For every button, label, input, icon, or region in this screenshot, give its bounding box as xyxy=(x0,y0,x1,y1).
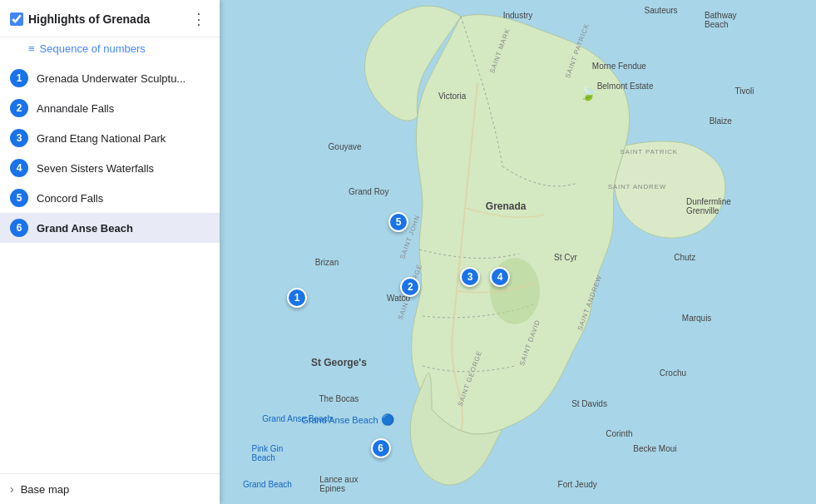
item-badge-3: 3 xyxy=(10,129,28,147)
sequence-label[interactable]: Sequence of numbers xyxy=(40,42,146,55)
map-background xyxy=(220,0,816,504)
chevron-down-icon: › xyxy=(10,482,14,496)
map-pin-5[interactable]: 5 xyxy=(388,212,408,232)
item-label-5: Concord Falls xyxy=(37,192,103,205)
item-label-1: Grenada Underwater Sculptu... xyxy=(37,72,185,85)
item-badge-2: 2 xyxy=(10,99,28,117)
map-pin-3[interactable]: 3 xyxy=(460,267,480,287)
item-badge-5: 5 xyxy=(10,189,28,207)
sidebar-item-5[interactable]: 5Concord Falls xyxy=(0,183,220,213)
base-map-section[interactable]: › Base map xyxy=(0,473,220,504)
map-pin-2[interactable]: 2 xyxy=(400,277,420,297)
map-pin-1[interactable]: 1 xyxy=(287,288,307,308)
sidebar-item-4[interactable]: 4Seven Sisters Waterfalls xyxy=(0,153,220,183)
item-label-2: Annandale Falls xyxy=(37,102,114,115)
sidebar-item-3[interactable]: 3Grand Etang National Park xyxy=(0,123,220,153)
map-area[interactable]: IndustrySauteursBathwayBeachVictoriaMorn… xyxy=(220,0,816,504)
map-pin-4[interactable]: 4 xyxy=(490,267,510,287)
item-label-3: Grand Etang National Park xyxy=(37,132,166,145)
map-pin-6[interactable]: 6 xyxy=(371,438,391,458)
list-items: 1Grenada Underwater Sculptu...2Annandale… xyxy=(0,63,220,473)
sequence-row: ≡ Sequence of numbers xyxy=(0,37,220,63)
item-badge-1: 1 xyxy=(10,69,28,87)
sidebar-header: Highlights of Grenada ⋮ xyxy=(0,0,220,37)
sidebar: Highlights of Grenada ⋮ ≡ Sequence of nu… xyxy=(0,0,220,504)
item-label-6: Grand Anse Beach xyxy=(37,222,133,235)
sequence-icon: ≡ xyxy=(28,42,35,55)
grand-anse-beach-map-label[interactable]: Grand Anse Beach 🔵 xyxy=(301,413,393,426)
sidebar-title: Highlights of Grenada xyxy=(28,12,183,26)
base-map-label: Base map xyxy=(21,483,70,496)
item-label-4: Seven Sisters Waterfalls xyxy=(37,162,154,175)
layer-toggle-checkbox[interactable] xyxy=(10,12,23,26)
sidebar-item-1[interactable]: 1Grenada Underwater Sculptu... xyxy=(0,63,220,93)
item-badge-6: 6 xyxy=(10,219,28,237)
more-options-icon[interactable]: ⋮ xyxy=(188,8,210,30)
item-badge-4: 4 xyxy=(10,159,28,177)
sidebar-item-2[interactable]: 2Annandale Falls xyxy=(0,93,220,123)
sidebar-item-6[interactable]: 6Grand Anse Beach xyxy=(0,213,220,243)
